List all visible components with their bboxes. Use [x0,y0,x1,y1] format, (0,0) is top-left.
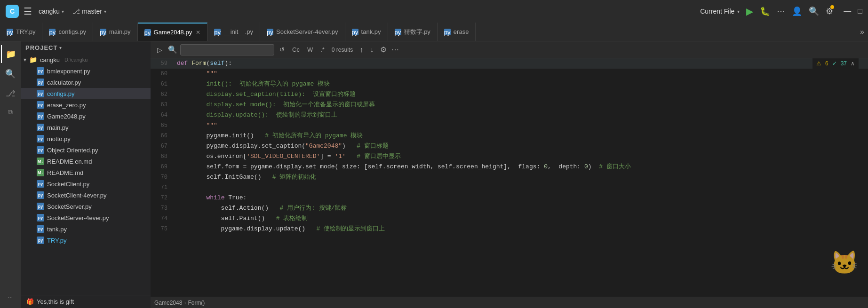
code-line-71: 71 [151,182,868,193]
editor-area: ▷ 🔍 ↺ Cc W .* 0 results ↑ ↓ ⚙ ⋯ ⚠ 6 ✓ 37… [151,41,868,308]
find-prev-icon[interactable]: ↑ [358,45,365,55]
debug-icon[interactable]: 🐛 [760,6,770,16]
find-more-icon[interactable]: ⋯ [391,45,399,54]
app-logo: C [6,5,19,18]
file-py-icon: py [37,146,44,154]
tree-item-erase-zero[interactable]: py erase_zero.py [21,99,151,111]
tab-py-icon: py [395,29,401,35]
warning-count: 6 [825,60,828,67]
tab-try[interactable]: py TRY.py [0,23,42,41]
activity-search[interactable]: 🔍 [1,65,20,83]
minimize-button[interactable]: — [844,7,851,16]
tree-item-object-oriented[interactable]: py Object Oriented.py [21,144,151,156]
tab-socketserver4ever[interactable]: py SocketServer-4ever.py [260,23,345,41]
activity-bar: 📁 🔍 ⎇ ⧉ ··· [0,41,21,308]
settings-icon[interactable]: ⚙ [826,6,833,16]
tab-erase[interactable]: py erase [438,23,476,41]
file-py-icon: py [37,101,44,109]
breadcrumb: Game2048 › Form() [151,297,868,308]
hamburger-icon[interactable]: ☰ [24,6,32,17]
file-label: tank.py [47,226,67,233]
search-icon[interactable]: 🔍 [809,6,819,16]
tree-item-socketserver[interactable]: py SocketServer.py [21,201,151,212]
find-word-button[interactable]: W [305,45,315,54]
error-indicators: ⚠ 6 ✓ 37 ∧ [812,58,859,69]
breadcrumb-file: Game2048 [154,300,182,306]
tree-item-readme-en[interactable]: M↓ README.en.md [21,156,151,167]
code-line-68: 68 os.environ['SDL_VIDEO_CENTERED'] = '1… [151,151,868,162]
tab-label: SocketServer-4ever.py [276,28,338,35]
tab-tank[interactable]: py tank.py [345,23,388,41]
tree-item-tank[interactable]: py tank.py [21,223,151,235]
tree-item-socketserver4ever[interactable]: py SocketServer-4ever.py [21,212,151,223]
file-py-icon: py [37,214,44,221]
file-label: SocketServer.py [47,203,92,210]
maximize-button[interactable]: □ [858,7,862,16]
tree-item-main[interactable]: py main.py [21,122,151,133]
tab-py-icon: py [267,29,273,35]
code-line-72: 72 while True: [151,193,868,203]
tab-label: __init__.py [223,28,253,35]
code-line-63: 63 display.set_mode(): 初始化一个准备显示的窗口或屏幕 [151,100,868,110]
account-icon[interactable]: 👤 [792,6,802,16]
code-line-74: 74 self.Paint() # 表格绘制 [151,213,868,224]
find-regex-button[interactable]: .* [318,45,327,54]
file-label: Object Oriented.py [47,147,98,154]
find-input[interactable] [180,44,274,55]
find-replace-icon[interactable]: ↺ [277,45,287,54]
tree-item-configs[interactable]: py configs.py [21,88,151,99]
find-filter-icon[interactable]: ⚙ [378,44,389,55]
project-caret-icon: ▾ [62,9,64,14]
tree-root-folder[interactable]: ▾ 📁 cangku D:\cangku [21,54,151,65]
tree-item-socketclient[interactable]: py SocketClient.py [21,178,151,190]
file-md-icon: M↓ [37,158,44,165]
code-line-67: 67 pygame.display.set_caption("Game2048"… [151,141,868,151]
activity-explorer[interactable]: 📁 [1,45,20,63]
code-line-65: 65 """ [151,120,868,131]
sidebar-bottom-item[interactable]: 🎁 Yes,this is gift [21,295,151,308]
tab-label: Game2048.py [154,29,192,36]
file-label: main.py [47,124,69,131]
find-next-icon[interactable]: ↓ [368,45,375,55]
file-label: bmiexponent.py [47,68,90,75]
tab-configs[interactable]: py configs.py [42,23,93,41]
activity-git[interactable]: ⎇ [1,85,20,103]
folder-icon: 📁 [29,56,37,63]
tree-item-try[interactable]: py TRY.py [21,235,151,246]
tree-item-socketclient4ever[interactable]: py SocketClient-4ever.py [21,190,151,201]
more-menu-icon[interactable]: ⋯ [777,6,785,16]
settings-badge [830,5,834,9]
current-file-selector[interactable]: Current File ▾ [700,8,740,15]
tree-item-bmiexponent[interactable]: py bmiexponent.py [21,65,151,77]
tree-item-readme[interactable]: M↓ README.md [21,167,151,178]
tab-label: configs.py [58,28,86,35]
warning-icon: ⚠ [816,60,821,67]
run-button[interactable]: ▶ [746,6,753,17]
tab-label: TRY.py [16,28,35,35]
collapse-icon[interactable]: ∧ [851,60,855,67]
file-label: calculator.py [47,79,81,86]
tab-close-icon[interactable]: ✕ [196,29,200,36]
tab-overflow-button[interactable]: » [856,23,868,41]
activity-extensions[interactable]: ⧉ [1,104,20,120]
file-label: TRY.py [47,237,66,244]
tab-game2048[interactable]: py Game2048.py ✕ [138,23,208,41]
tab-init[interactable]: py __init__.py [207,23,260,41]
root-folder-path: D:\cangku [64,57,88,63]
project-selector[interactable]: cangku ▾ [39,8,64,15]
file-py-icon: py [37,112,44,120]
activity-more[interactable]: ··· [1,290,20,304]
file-label: erase_zero.py [47,102,86,109]
code-line-59: 59 def Form(self): [151,58,868,69]
tree-item-motto[interactable]: py motto.py [21,133,151,144]
find-expand-icon[interactable]: ▷ [154,45,165,55]
tab-py-icon: py [144,29,151,36]
find-case-button[interactable]: Cc [290,45,302,54]
branch-selector[interactable]: ⎇ master ▾ [72,8,106,15]
tab-main[interactable]: py main.py [93,23,138,41]
tree-item-calculator[interactable]: py calculator.py [21,77,151,88]
sidebar-caret-icon: ▾ [59,45,62,50]
tab-guess[interactable]: py 猜数字.py [388,23,438,41]
file-py-icon: py [37,203,44,210]
tree-item-game2048[interactable]: py Game2048.py [21,111,151,122]
